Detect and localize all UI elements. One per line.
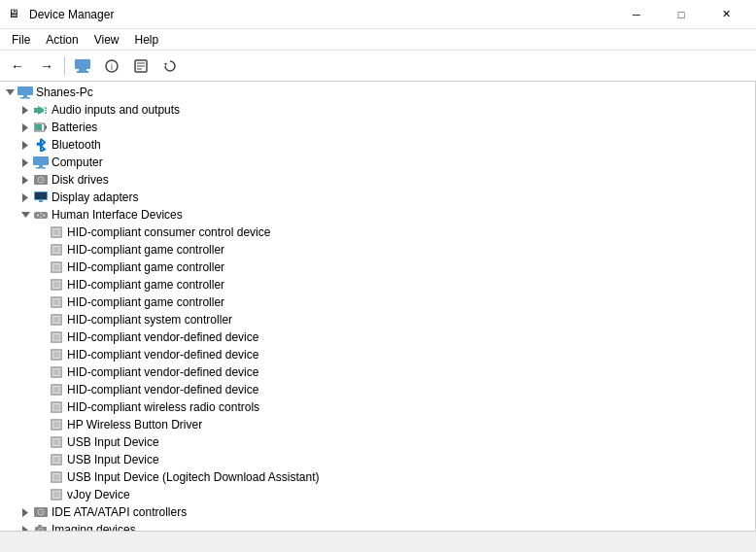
device-icon-hid-consumer	[49, 224, 64, 240]
tree-item-disk-drives[interactable]: Disk drives	[0, 171, 755, 189]
main-content: Shanes-PcAudio inputs and outputsBatteri…	[0, 82, 756, 531]
device-icon-hid-vendor3	[49, 364, 64, 380]
tree-item-vjoy[interactable]: vJoy Device	[0, 486, 755, 503]
tree-item-display-adapters[interactable]: Display adapters	[0, 189, 755, 206]
expand-icon-hid-vendor1	[33, 329, 49, 345]
minimize-button[interactable]: ─	[614, 0, 659, 29]
device-icon-hid-vendor2	[49, 347, 64, 362]
svg-marker-24	[22, 141, 28, 150]
expand-icon-display-adapters[interactable]	[17, 190, 33, 205]
svg-rect-83	[53, 439, 59, 445]
device-icon-hid-system	[49, 312, 64, 328]
device-icon-imaging	[33, 522, 49, 531]
expand-icon-ide[interactable]	[17, 504, 33, 520]
tree-item-hid[interactable]: Human Interface Devices	[0, 206, 755, 224]
svg-rect-68	[53, 352, 59, 358]
tree-item-hid-game4[interactable]: HID-compliant game controller	[0, 293, 755, 311]
device-icon-hid-game1	[49, 242, 64, 258]
expand-icon-vjoy	[33, 487, 49, 502]
tree-item-shanes-pc[interactable]: Shanes-Pc	[0, 84, 755, 101]
device-icon-hid-vendor1	[49, 329, 64, 345]
tree-item-hid-vendor1[interactable]: HID-compliant vendor-defined device	[0, 328, 755, 346]
tree-item-usb-input2[interactable]: USB Input Device	[0, 451, 755, 468]
tree-label-hid-vendor2: HID-compliant vendor-defined device	[67, 348, 258, 362]
device-icon-bluetooth	[33, 137, 49, 153]
tree-item-hid-system[interactable]: HID-compliant system controller	[0, 311, 755, 328]
device-icon-disk-drives	[33, 172, 49, 188]
expand-icon-imaging[interactable]	[17, 522, 33, 531]
svg-rect-100	[38, 525, 42, 527]
device-tree[interactable]: Shanes-PcAudio inputs and outputsBatteri…	[0, 82, 756, 531]
expand-icon-disk-drives[interactable]	[17, 172, 33, 188]
tree-item-hp-wireless[interactable]: HP Wireless Button Driver	[0, 416, 755, 433]
tree-item-hid-consumer[interactable]: HID-compliant consumer control device	[0, 224, 755, 241]
tree-item-hid-vendor2[interactable]: HID-compliant vendor-defined device	[0, 346, 755, 363]
svg-point-43	[40, 216, 42, 218]
svg-rect-77	[53, 404, 59, 410]
toolbar-forward-button[interactable]: →	[33, 53, 60, 79]
tree-item-bluetooth[interactable]: Bluetooth	[0, 136, 755, 154]
tree-item-hid-vendor4[interactable]: HID-compliant vendor-defined device	[0, 381, 755, 398]
expand-icon-hid-wireless	[33, 399, 49, 415]
toolbar-computer-button[interactable]	[69, 53, 96, 79]
expand-icon-hid[interactable]	[17, 207, 33, 223]
device-icon-hid-vendor4	[49, 382, 64, 397]
svg-rect-2	[77, 71, 88, 73]
device-icon-audio	[33, 102, 49, 118]
menu-item-view[interactable]: View	[86, 31, 127, 49]
tree-label-usb-input3: USB Input Device (Logitech Download Assi…	[67, 470, 319, 484]
status-bar	[0, 531, 756, 552]
menu-item-action[interactable]: Action	[38, 31, 86, 49]
tree-label-bluetooth: Bluetooth	[52, 138, 101, 152]
tree-item-hid-game2[interactable]: HID-compliant game controller	[0, 259, 755, 276]
toolbar-properties-button[interactable]	[127, 53, 155, 79]
tree-label-hid-game2: HID-compliant game controller	[67, 260, 224, 274]
menu-bar: FileActionViewHelp	[0, 29, 756, 51]
toolbar-separator-1	[64, 56, 65, 76]
device-icon-hp-wireless	[49, 417, 64, 432]
svg-marker-39	[21, 212, 30, 218]
tree-label-ide: IDE ATA/ATAPI controllers	[52, 505, 187, 519]
tree-item-hid-game3[interactable]: HID-compliant game controller	[0, 276, 755, 293]
device-icon-hid	[33, 207, 49, 223]
expand-icon-batteries[interactable]	[17, 120, 33, 135]
tree-item-hid-game1[interactable]: HID-compliant game controller	[0, 241, 755, 259]
tree-label-imaging: Imaging devices	[52, 523, 136, 531]
tree-item-hid-wireless[interactable]: HID-compliant wireless radio controls	[0, 398, 755, 416]
tree-label-usb-input1: USB Input Device	[67, 435, 159, 449]
tree-item-imaging[interactable]: Imaging devices	[0, 521, 755, 531]
toolbar-back-button[interactable]: ←	[4, 53, 31, 79]
expand-icon-bluetooth[interactable]	[17, 137, 33, 153]
tree-item-audio[interactable]: Audio inputs and outputs	[0, 101, 755, 119]
svg-rect-92	[53, 492, 59, 498]
expand-icon-hid-system	[33, 312, 49, 328]
expand-icon-computer[interactable]	[17, 155, 33, 170]
device-icon-display-adapters	[33, 190, 49, 205]
toolbar-refresh-button[interactable]	[156, 53, 184, 79]
tree-item-ide[interactable]: IDE ATA/ATAPI controllers	[0, 503, 755, 521]
menu-item-help[interactable]: Help	[127, 31, 167, 49]
tree-label-computer: Computer	[52, 155, 103, 169]
device-icon-usb-input2	[49, 452, 64, 467]
svg-marker-35	[22, 193, 28, 202]
expand-icon-usb-input2	[33, 452, 49, 467]
toolbar-info-button[interactable]: i	[98, 53, 125, 79]
svg-rect-38	[39, 200, 43, 202]
tree-item-computer[interactable]: Computer	[0, 154, 755, 171]
maximize-button[interactable]: □	[659, 0, 704, 29]
expand-icon-shanes-pc[interactable]	[2, 85, 17, 100]
tree-label-hid-wireless: HID-compliant wireless radio controls	[67, 400, 259, 414]
tree-item-usb-input1[interactable]: USB Input Device	[0, 433, 755, 451]
tree-item-hid-vendor3[interactable]: HID-compliant vendor-defined device	[0, 363, 755, 381]
tree-label-batteries: Batteries	[52, 121, 97, 134]
title-bar: 🖥 Device Manager ─ □ ✕	[0, 0, 756, 29]
expand-icon-hid-game4	[33, 294, 49, 310]
tree-item-batteries[interactable]: Batteries	[0, 119, 755, 136]
svg-rect-56	[53, 282, 59, 288]
device-icon-ide	[33, 504, 49, 520]
tree-item-usb-input3[interactable]: USB Input Device (Logitech Download Assi…	[0, 468, 755, 486]
device-icon-computer	[33, 155, 49, 170]
menu-item-file[interactable]: File	[4, 31, 38, 49]
expand-icon-audio[interactable]	[17, 102, 33, 118]
close-button[interactable]: ✕	[704, 0, 748, 29]
